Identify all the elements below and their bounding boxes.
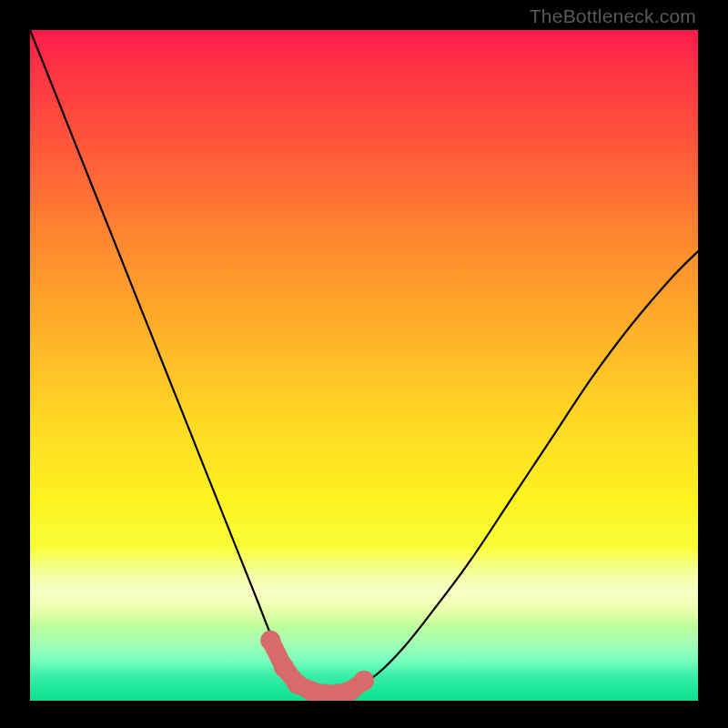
marker-dot xyxy=(314,684,334,701)
marker-dot xyxy=(274,657,294,677)
marker-dot xyxy=(260,631,280,651)
bottom-marker-stroke xyxy=(270,641,364,694)
marker-dot xyxy=(340,681,360,701)
bottleneck-curve xyxy=(30,30,698,694)
pale-yellow-band xyxy=(30,546,698,626)
marker-dot xyxy=(354,671,374,691)
bottom-marker-dots xyxy=(260,631,374,701)
curve-svg xyxy=(30,30,698,701)
plot-area xyxy=(30,30,698,701)
marker-dot xyxy=(328,684,348,701)
chart-frame: TheBottleneck.com xyxy=(0,0,728,728)
marker-dot xyxy=(300,681,320,701)
watermark-text: TheBottleneck.com xyxy=(530,5,696,27)
marker-dot xyxy=(288,674,308,694)
